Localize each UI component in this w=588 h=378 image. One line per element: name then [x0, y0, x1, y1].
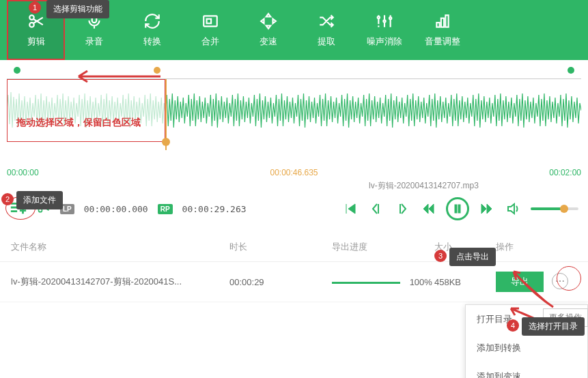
- svg-rect-9: [440, 18, 443, 27]
- step-badge-2: 2: [1, 193, 14, 205]
- tool-merge[interactable]: 合并: [181, 0, 239, 60]
- svg-point-5: [377, 16, 379, 18]
- skip-start-icon: [344, 203, 356, 215]
- svg-rect-13: [455, 205, 457, 213]
- svg-point-7: [389, 17, 391, 19]
- time-end: 00:02:00: [549, 168, 581, 177]
- progress-text: 100%: [410, 277, 432, 287]
- equalizer-icon: [376, 12, 393, 30]
- tooltip-step3: 点击导出: [449, 248, 496, 266]
- time-current: 00:00:46.635: [270, 168, 318, 177]
- volume-slider[interactable]: [531, 207, 578, 210]
- svg-rect-10: [445, 15, 448, 27]
- shuffle-icon: [318, 12, 335, 30]
- svg-rect-4: [206, 19, 211, 24]
- trim-in-icon: [370, 203, 382, 215]
- refresh-icon: [143, 12, 161, 30]
- merge-icon: [201, 12, 219, 30]
- svg-rect-8: [436, 23, 439, 27]
- selection-hint-text: 拖动选择区域，保留白色区域: [16, 117, 141, 129]
- tooltip-step2: 添加文件: [16, 191, 63, 209]
- step-badge-4: 4: [507, 319, 519, 332]
- lp-time: 00:00:00.000: [84, 204, 148, 214]
- tool-label: 变速: [260, 35, 277, 48]
- tool-label: 提取: [318, 35, 335, 48]
- cell-size: 458KB: [434, 277, 496, 287]
- svg-rect-14: [458, 205, 460, 213]
- range-handle-left[interactable]: [14, 67, 20, 74]
- trim-out-icon: [396, 203, 408, 215]
- cell-progress: 100%: [332, 277, 434, 287]
- dropdown-add-convert[interactable]: 添加到转换: [466, 334, 587, 362]
- range-handle-right[interactable]: [568, 67, 574, 74]
- trim-in-button[interactable]: [368, 201, 384, 217]
- tool-label: 转换: [143, 35, 161, 48]
- table-row[interactable]: lv-剪辑-20200413142707-剪辑-2020041S... 00:0…: [0, 262, 588, 302]
- annotation-arrow-1: [68, 68, 164, 85]
- tool-speed[interactable]: 变速: [239, 0, 297, 60]
- file-table: 文件名称 时长 导出进度 大小 操作 lv-剪辑-20200413142707-…: [0, 233, 588, 302]
- tool-label: 音量调整: [425, 35, 460, 48]
- rp-badge[interactable]: RP: [158, 204, 173, 214]
- tool-volume[interactable]: 音量调整: [413, 0, 471, 60]
- forward-icon: [481, 203, 493, 215]
- rewind-button[interactable]: [420, 201, 436, 217]
- volume-button[interactable]: [505, 201, 521, 217]
- col-duration: 时长: [229, 241, 332, 253]
- col-progress: 导出进度: [332, 241, 434, 253]
- tool-convert[interactable]: 转换: [123, 0, 181, 60]
- tool-label: 合并: [201, 35, 219, 48]
- step-badge-1: 1: [29, 1, 41, 14]
- scissors-icon: [27, 12, 45, 30]
- pause-icon: [451, 203, 464, 215]
- selection-mask[interactable]: [7, 79, 165, 142]
- rp-time: 00:00:29.263: [182, 204, 247, 214]
- skip-start-button[interactable]: [342, 201, 359, 217]
- annotation-circle: [557, 266, 581, 291]
- tool-label: 噪声消除: [367, 35, 402, 48]
- tooltip-step4: 选择打开目录: [522, 317, 585, 336]
- current-file-label: lv-剪辑-20200413142707.mp3: [0, 180, 588, 192]
- progress-bar: [332, 282, 400, 284]
- tool-extract[interactable]: 提取: [297, 0, 355, 60]
- dropdown-add-speed[interactable]: 添加到变速: [466, 362, 587, 378]
- tool-label: 剪辑: [27, 35, 45, 48]
- cell-name: lv-剪辑-20200413142707-剪辑-2020041S...: [11, 276, 229, 288]
- play-pause-button[interactable]: [446, 197, 469, 220]
- playhead-handle[interactable]: [162, 138, 170, 146]
- col-operation: 操作: [496, 241, 577, 253]
- svg-point-6: [383, 20, 385, 22]
- step-badge-3: 3: [434, 250, 447, 262]
- player-bar: LP 00:00:00.000 RP 00:00:29.263: [0, 192, 588, 226]
- bars-icon: [434, 12, 451, 30]
- speed-icon: [260, 12, 277, 30]
- tool-label: 录音: [85, 35, 103, 48]
- cell-duration: 00:00:29: [229, 277, 332, 287]
- timeline-times: 00:00:00 00:00:46.635 00:02:00: [0, 168, 588, 177]
- trim-out-button[interactable]: [394, 201, 410, 217]
- tool-denoise[interactable]: 噪声消除: [355, 0, 413, 60]
- table-header: 文件名称 时长 导出进度 大小 操作: [0, 233, 588, 262]
- waveform-display[interactable]: 拖动选择区域，保留白色区域: [7, 79, 581, 142]
- col-name: 文件名称: [11, 241, 229, 253]
- volume-icon: [507, 203, 519, 215]
- rewind-icon: [422, 203, 434, 215]
- time-start: 00:00:00: [7, 168, 39, 177]
- tooltip-step1: 选择剪辑功能: [46, 0, 109, 18]
- forward-button[interactable]: [479, 201, 495, 217]
